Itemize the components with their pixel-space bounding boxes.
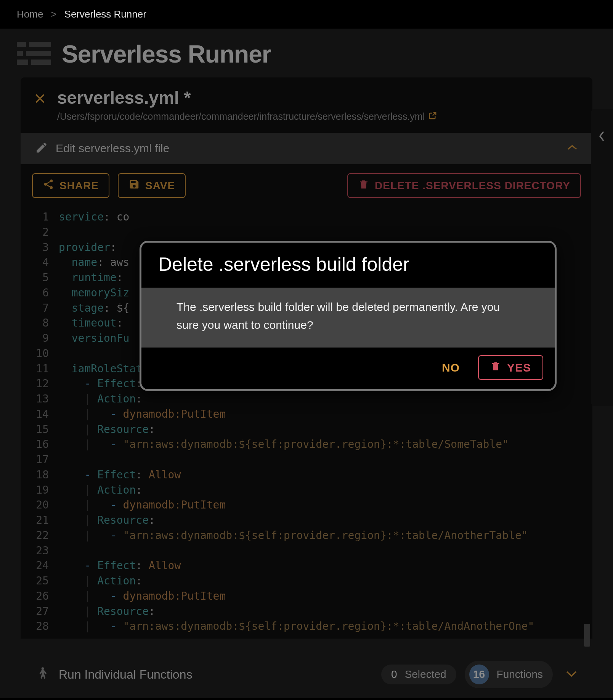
delete-confirm-dialog: Delete .serverless build folder The .ser… — [140, 241, 557, 391]
breadcrumb-home[interactable]: Home — [17, 8, 43, 20]
trash-icon — [490, 360, 501, 375]
dialog-body: The .serverless build folder will be del… — [141, 288, 555, 348]
dialog-yes-button[interactable]: YES — [478, 355, 543, 380]
breadcrumb-separator: > — [51, 8, 56, 20]
dialog-no-button[interactable]: NO — [442, 361, 460, 374]
breadcrumb-current: Serverless Runner — [64, 8, 146, 20]
breadcrumb: Home > Serverless Runner — [0, 0, 613, 29]
dialog-actions: NO YES — [141, 348, 555, 389]
dialog-title: Delete .serverless build folder — [141, 243, 555, 288]
